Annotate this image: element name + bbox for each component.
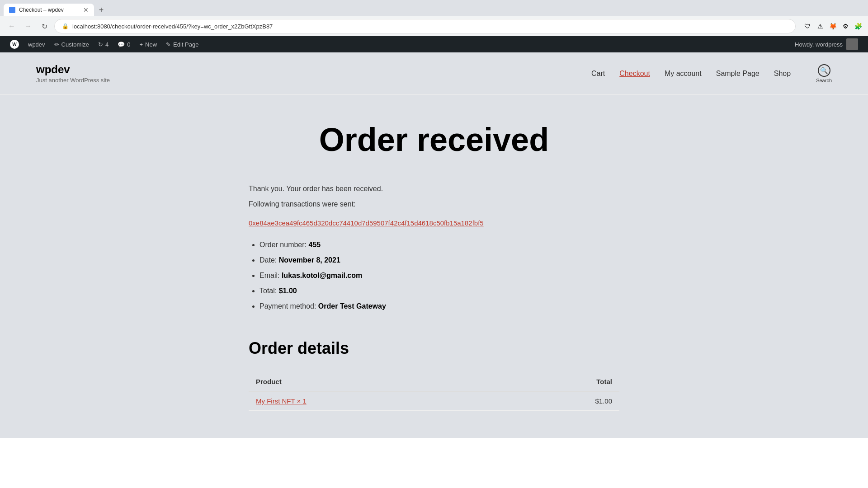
comments-count: 0 [127,41,130,48]
wp-revisions[interactable]: ↻ 4 [94,36,113,52]
site-title[interactable]: wpdev [36,63,110,76]
order-number-value: 455 [309,241,321,249]
order-payment-item: Payment method: Order Test Gateway [259,301,619,312]
order-email-item: Email: lukas.kotol@gmail.com [259,270,619,281]
tab-title: Checkout – wpdev [19,7,64,13]
page-title: Order received [249,122,619,158]
nav-bar: ← → ↻ 🔒 localhost:8080/checkout/order-re… [0,16,868,36]
thank-you-text: Thank you. Your order has been received. [249,185,619,193]
order-details-title: Order details [249,339,619,358]
order-payment-value: Order Test Gateway [318,302,386,310]
nav-sample-page[interactable]: Sample Page [716,70,760,78]
search-icon: 🔍 [818,64,830,77]
plus-icon: + [139,41,143,48]
browser-window: Checkout – wpdev ✕ + ← → ↻ 🔒 localhost:8… [0,0,868,438]
search-label: Search [816,78,832,83]
order-date-item: Date: November 8, 2021 [259,255,619,266]
main-content: Order received Thank you. Your order has… [231,95,637,438]
order-number-label: Order number: [259,241,307,249]
wp-logo-icon: W [10,40,19,49]
order-date-value: November 8, 2021 [279,256,340,264]
new-tab-button[interactable]: + [96,5,107,15]
wp-site-name[interactable]: wpdev [24,36,50,52]
following-text: Following transactions were sent: [249,200,619,208]
site-nav: Cart Checkout My account Sample Page Sho… [591,64,832,83]
revisions-icon: ↻ [98,41,103,48]
tab-close-button[interactable]: ✕ [83,6,89,14]
nav-cart[interactable]: Cart [591,70,605,78]
wp-edit-page[interactable]: ✎ Edit Page [161,36,203,52]
customize-icon: ✏ [54,41,59,48]
new-label: New [145,41,157,48]
edit-icon: ✎ [166,41,171,48]
active-tab[interactable]: Checkout – wpdev ✕ [4,4,94,16]
order-date-label: Date: [259,256,277,264]
address-bar[interactable]: 🔒 localhost:8080/checkout/order-received… [54,19,796,33]
ext-settings-icon[interactable]: ⚙ [841,22,850,31]
site-logo-area: wpdev Just another WordPress site [36,63,110,84]
customize-label: Customize [61,41,89,48]
site-tagline: Just another WordPress site [36,77,110,84]
howdy-text: Howdy, wordpress [795,41,843,48]
howdy-section[interactable]: Howdy, wordpress [790,38,863,50]
tab-bar: Checkout – wpdev ✕ + [0,0,868,16]
product-cell: My First NFT × 1 [249,391,499,411]
table-row: My First NFT × 1 $1.00 [249,391,619,411]
order-email-value: lukas.kotol@gmail.com [282,272,362,279]
ext-warning-icon[interactable]: ⚠ [816,22,825,31]
ext-puzzle-icon[interactable]: 🧩 [854,22,863,31]
product-link[interactable]: My First NFT × 1 [256,397,307,405]
ext-shield-icon[interactable]: 🛡 [803,22,812,31]
table-header-row: Product Total [249,372,619,391]
edit-page-label: Edit Page [173,41,198,48]
order-table: Product Total My First NFT × 1 $1.00 [249,372,619,411]
order-email-label: Email: [259,272,279,279]
comments-icon: 💬 [118,41,125,48]
search-button[interactable]: 🔍 Search [816,64,832,83]
user-avatar [846,38,858,50]
wp-logo-item[interactable]: W [5,36,24,52]
product-col-header: Product [249,372,499,391]
nav-my-account[interactable]: My account [665,70,702,78]
url-text: localhost:8080/checkout/order-received/4… [72,23,273,30]
site-name-label: wpdev [28,41,45,48]
total-cell: $1.00 [499,391,619,411]
forward-button[interactable]: → [22,20,34,33]
extensions-area: 🛡 ⚠ 🦊 ⚙ 🧩 [803,22,863,31]
order-total-item: Total: $1.00 [259,286,619,296]
wp-new[interactable]: + New [135,36,161,52]
order-number-item: Order number: 455 [259,239,619,250]
order-total-label: Total: [259,287,277,295]
wp-customize[interactable]: ✏ Customize [50,36,94,52]
wp-comments[interactable]: 💬 0 [113,36,135,52]
order-payment-label: Payment method: [259,302,316,310]
transaction-hash-link[interactable]: 0xe84ae3cea49fc465d320dcc74410d7d59507f4… [249,219,619,227]
revisions-count: 4 [105,41,108,48]
order-total-value: $1.00 [279,287,297,295]
total-col-header: Total [499,372,619,391]
nav-checkout[interactable]: Checkout [619,70,650,78]
nav-shop[interactable]: Shop [774,70,791,78]
security-icon: 🔒 [62,23,69,29]
ext-fox-icon[interactable]: 🦊 [828,22,837,31]
tab-favicon [9,7,15,13]
back-button[interactable]: ← [5,20,18,33]
order-info-list: Order number: 455 Date: November 8, 2021… [249,239,619,312]
site-header: wpdev Just another WordPress site Cart C… [0,52,868,95]
wp-admin-bar: W wpdev ✏ Customize ↻ 4 💬 0 + New ✎ Edit… [0,36,868,52]
reload-button[interactable]: ↻ [38,20,51,33]
